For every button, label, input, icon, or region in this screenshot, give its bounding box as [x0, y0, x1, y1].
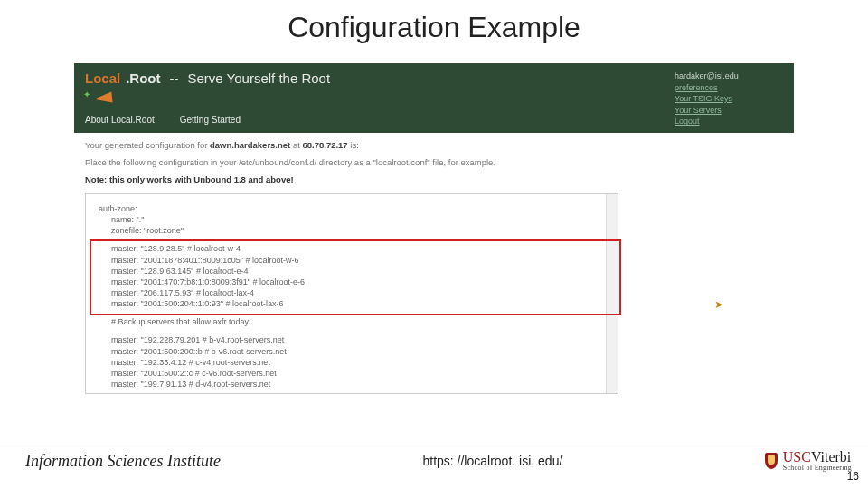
usc-text: USC — [783, 449, 811, 465]
cfg-master: master: "206.117.5.93" # localroot-lax-4 — [99, 287, 609, 298]
nav-getting-started[interactable]: Getting Started — [180, 115, 241, 125]
account-email: hardaker@isi.edu — [675, 71, 739, 80]
page-number: 16 — [847, 470, 859, 483]
cfg-master: master: "128.9.63.145" # localroot-e-4 — [99, 266, 609, 277]
nav-about[interactable]: About Local.Root — [85, 115, 155, 125]
gen-ip: 68.78.72.17 — [302, 140, 347, 150]
cfg-master: master: "2001:500:204::1:0:93" # localro… — [99, 298, 609, 309]
gen-prefix: Your generated configuration for — [85, 140, 210, 150]
cfg-authzone: auth-zone: — [99, 203, 609, 214]
brand-root: .Root — [126, 70, 160, 86]
cfg-backup: master: "2001:500:200::b # b-v6.root-ser… — [99, 346, 609, 357]
slide-title: Configuration Example — [0, 11, 868, 44]
school-text: School of Engineering — [783, 465, 852, 472]
cursor-icon: ➤ — [714, 298, 723, 311]
brand-local: Local — [85, 70, 120, 86]
brand-dash: -- — [170, 70, 179, 86]
cfg-backup-comment: # Backup servers that allow axfr today: — [99, 316, 609, 327]
site-header: Local.Root -- Serve Yourself the Root ✦ … — [74, 63, 794, 133]
link-logout[interactable]: Logout — [675, 116, 783, 127]
footer-isi: Information Sciences Institute — [25, 452, 221, 471]
cfg-name: name: "." — [99, 214, 609, 225]
cfg-master: master: "2001:470:7:b8:1:0:8009:3f91" # … — [99, 277, 609, 287]
config-textbox[interactable]: auth-zone: name: "." zonefile: "root.zon… — [85, 193, 618, 394]
link-tsig-keys[interactable]: Your TSIG Keys — [675, 93, 783, 105]
page-body: Your generated configuration for dawn.ha… — [74, 133, 794, 184]
gen-host: dawn.hardakers.net — [210, 140, 290, 150]
embedded-screenshot: Local.Root -- Serve Yourself the Root ✦ … — [74, 63, 794, 425]
cfg-backup: master: "2001:500:2::c # c-v6.root-serve… — [99, 368, 609, 379]
cfg-master: master: "128.9.28.5" # localroot-w-4 — [99, 243, 609, 254]
carrot-icon: ✦ — [85, 89, 112, 106]
viterbi-text: Viterbi — [811, 449, 851, 465]
note-line: Note: this only works with Unbound 1.8 a… — [85, 174, 783, 184]
gen-mid: at — [290, 140, 302, 150]
usc-viterbi-logo: USCViterbi School of Engineering — [765, 450, 852, 472]
cfg-backup: master: "199.7.91.13 # d-v4.root-servers… — [99, 379, 609, 389]
generated-line: Your generated configuration for dawn.ha… — [85, 140, 783, 150]
link-your-servers[interactable]: Your Servers — [675, 105, 783, 117]
place-line: Place the following configuration in you… — [85, 157, 783, 167]
account-panel: hardaker@isi.edu preferences Your TSIG K… — [669, 63, 794, 133]
footer-url: https: //localroot. isi. edu/ — [221, 454, 765, 468]
cfg-backup: master: "192.33.4.12 # c-v4.root-servers… — [99, 357, 609, 368]
slide-footer: Information Sciences Institute https: //… — [0, 446, 868, 472]
cfg-zonefile: zonefile: "root.zone" — [99, 225, 609, 236]
brand: Local.Root -- Serve Yourself the Root — [85, 70, 658, 86]
link-preferences[interactable]: preferences — [675, 82, 783, 94]
cfg-backup: master: "192.228.79.201 # b-v4.root-serv… — [99, 334, 609, 345]
brand-tagline: Serve Yourself the Root — [188, 70, 331, 86]
cfg-master: master: "2001:1878:401::8009:1c05" # loc… — [99, 255, 609, 266]
gen-suffix: is: — [348, 140, 359, 150]
shield-icon — [765, 453, 778, 469]
